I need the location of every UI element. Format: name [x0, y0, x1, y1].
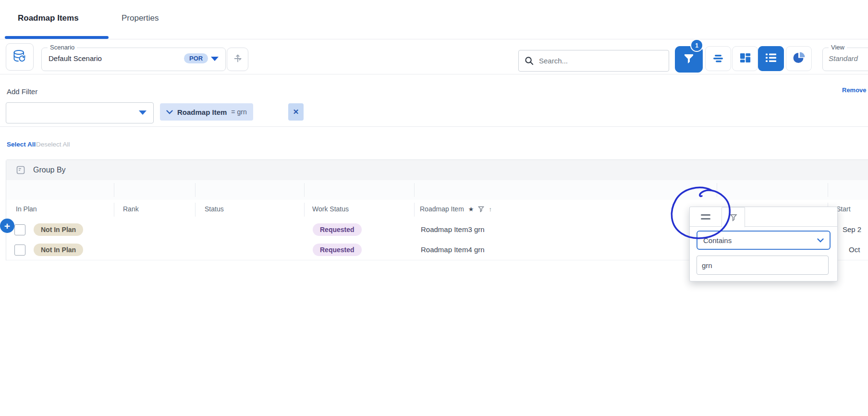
column-divider	[195, 183, 196, 197]
group-by-label: Group By	[33, 166, 66, 174]
search-icon	[525, 56, 534, 65]
filter-funnel-icon	[478, 206, 484, 212]
funnel-icon	[683, 53, 695, 66]
column-header-start[interactable]: Start	[836, 205, 851, 213]
scenario-por-badge: POR	[184, 53, 208, 63]
group-by-icon	[16, 165, 25, 175]
scenario-label: Scenario	[48, 44, 77, 51]
filter-chip-remove-button[interactable]: ✕	[288, 103, 304, 121]
add-filter-label: Add Filter	[7, 87, 37, 96]
in-plan-badge: Not In Plan	[34, 244, 83, 256]
filter-chip-roadmap-item[interactable]: Roadmap Item = grn	[160, 103, 253, 121]
tab-properties[interactable]: Properties	[122, 13, 159, 23]
view-board-button[interactable]	[732, 46, 758, 71]
tab-roadmap-items[interactable]: Roadmap Items	[18, 13, 79, 23]
funnel-outline-icon	[730, 214, 737, 221]
close-icon: ✕	[293, 108, 299, 116]
row-checkbox[interactable]	[14, 224, 25, 235]
scenario-data-button[interactable]	[6, 43, 34, 71]
deselect-all-link[interactable]: Deselect All	[36, 141, 70, 148]
view-list-button[interactable]	[758, 46, 784, 71]
roadmap-item-cell[interactable]: Roadmap Item3 grn	[421, 225, 485, 233]
kanban-board-icon	[739, 52, 751, 66]
column-divider	[717, 183, 717, 197]
popup-tab-general[interactable]	[690, 207, 721, 226]
filterbar-divider	[0, 126, 868, 127]
filter-value-input[interactable]	[697, 256, 829, 275]
compare-scenario-button[interactable]	[227, 48, 248, 71]
column-header-label: Roadmap Item	[420, 205, 464, 213]
select-all-link[interactable]: Select All	[7, 141, 36, 148]
column-divider	[414, 203, 415, 217]
column-menu-popup: Contains	[689, 207, 838, 281]
filter-operator-select[interactable]: Contains	[697, 231, 831, 250]
compare-arrows-icon	[232, 53, 243, 66]
column-header-in-plan[interactable]: In Plan	[16, 205, 37, 213]
view-chart-button[interactable]	[786, 46, 812, 71]
chevron-down-icon	[139, 110, 147, 115]
scenario-caret-icon[interactable]	[211, 57, 219, 61]
toolbar-divider	[0, 74, 868, 74]
filter-chip-value: grn	[237, 108, 246, 116]
pie-chart-icon	[793, 51, 805, 66]
add-filter-dropdown[interactable]	[6, 102, 154, 123]
timeline-icon	[711, 51, 725, 66]
column-divider	[414, 183, 415, 197]
start-date-cell: Sep 2	[843, 225, 861, 233]
column-header-work-status[interactable]: Work Status	[312, 205, 349, 213]
view-label: View	[829, 44, 847, 51]
list-icon	[765, 51, 777, 66]
search-container	[518, 50, 669, 72]
column-header-status[interactable]: Status	[205, 205, 224, 213]
scenario-selector[interactable]: Scenario Default Scenario POR	[41, 48, 226, 71]
column-divider	[114, 183, 114, 197]
column-divider	[828, 183, 828, 197]
column-resize-row	[6, 180, 868, 200]
column-divider	[304, 183, 305, 197]
database-refresh-icon	[12, 49, 27, 66]
add-row-button[interactable]: +	[0, 219, 14, 233]
search-input[interactable]	[538, 56, 650, 65]
work-status-badge: Requested	[313, 223, 362, 236]
tabbar-divider	[0, 39, 868, 39]
chevron-down-icon	[166, 110, 173, 114]
view-selector[interactable]: View Standard	[822, 48, 868, 71]
popup-tab-strip	[690, 207, 837, 227]
row-checkbox[interactable]	[14, 245, 25, 256]
view-value: Standard	[829, 54, 858, 62]
column-header-roadmap-item[interactable]: Roadmap Item ★ ↑	[420, 205, 492, 213]
work-status-badge: Requested	[313, 244, 362, 256]
plus-icon: +	[4, 221, 10, 231]
filter-chip-field: Roadmap Item	[177, 108, 227, 116]
roadmap-app: Roadmap Items Properties Scenario Defaul…	[0, 0, 868, 416]
sort-ascending-icon: ↑	[489, 206, 492, 212]
filter-count-badge: 1	[690, 39, 703, 52]
filter-chip-operator: =	[231, 108, 235, 116]
column-divider	[114, 203, 114, 217]
menu-lines-icon	[701, 214, 710, 220]
column-divider	[304, 203, 305, 217]
chevron-down-icon	[817, 238, 824, 243]
scenario-value: Default Scenario	[49, 54, 102, 62]
in-plan-badge: Not In Plan	[34, 223, 83, 236]
start-date-cell: Oct	[849, 245, 860, 254]
column-divider	[195, 203, 196, 217]
remove-filters-link[interactable]: Remove	[842, 86, 867, 94]
roadmap-item-cell[interactable]: Roadmap Item4 grn	[421, 245, 485, 254]
view-timeline-button[interactable]	[705, 46, 731, 71]
column-header-rank[interactable]: Rank	[123, 205, 139, 213]
group-by-bar[interactable]: Group By	[6, 160, 868, 181]
star-icon: ★	[468, 206, 474, 212]
popup-tab-filter[interactable]	[721, 207, 745, 227]
filter-operator-value: Contains	[703, 236, 732, 245]
